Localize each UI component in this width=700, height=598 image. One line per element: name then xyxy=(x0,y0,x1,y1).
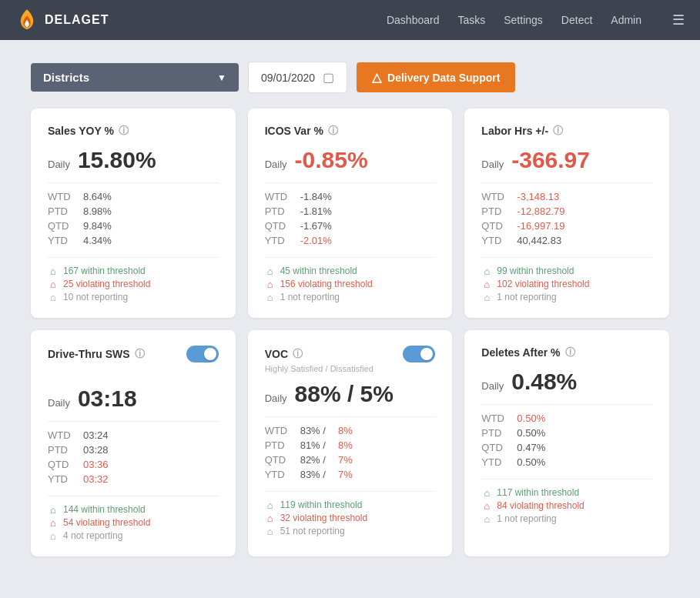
threshold-section-labor-hrs: ⌂ 99 within threshold ⌂ 102 violating th… xyxy=(481,257,652,302)
drive-thru-toggle[interactable] xyxy=(186,346,219,362)
house-gray-icon: ⌂ xyxy=(48,292,59,302)
help-icon-deletes-after[interactable]: ⓘ xyxy=(565,346,575,359)
voc-subtitle: Highly Satisfied / Dissatisfied xyxy=(265,364,436,373)
threshold-section-drive-thru: ⌂ 144 within threshold ⌂ 54 violating th… xyxy=(48,496,219,541)
help-icon-sales-yoy[interactable]: ⓘ xyxy=(119,124,129,138)
house-red-icon: ⌂ xyxy=(48,517,59,528)
period-row-qtd: QTD 82% / 7% xyxy=(265,454,436,466)
help-icon-voc[interactable]: ⓘ xyxy=(293,347,303,361)
period-rows-sales-yoy: WTD 8.64% PTD 8.98% QTD 9.84% YTD 4.34% xyxy=(48,191,219,246)
period-row-ytd: YTD 40,442.83 xyxy=(481,235,652,246)
daily-row-voc: Daily 88% / 5% xyxy=(265,381,436,407)
main-content: Districts ▼ 09/01/2020 ▢ △ Delivery Data… xyxy=(0,40,700,578)
daily-row-deletes-after: Daily 0.48% xyxy=(481,369,652,395)
nav-settings[interactable]: Settings xyxy=(504,14,543,26)
calendar-icon: ▢ xyxy=(323,70,334,85)
districts-label: Districts xyxy=(43,71,89,84)
period-row-qtd: QTD 9.84% xyxy=(48,220,219,232)
period-row-wtd: WTD -3,148.13 xyxy=(481,191,652,202)
logo-text: DELAGET xyxy=(45,13,109,27)
house-red-icon: ⌂ xyxy=(481,500,492,511)
threshold-section-sales-yoy: ⌂ 167 within threshold ⌂ 25 violating th… xyxy=(48,257,219,302)
card-title-deletes-after: Deletes After % ⓘ xyxy=(481,346,652,359)
period-row-qtd: QTD -16,997.19 xyxy=(481,220,652,232)
nav-admin[interactable]: Admin xyxy=(611,14,641,26)
house-green-icon: ⌂ xyxy=(265,499,276,510)
logo-area: DELAGET xyxy=(15,8,109,32)
period-rows-drive-thru: WTD 03:24 PTD 03:28 QTD 03:36 YTD 03:32 xyxy=(48,429,219,485)
threshold-violating: ⌂ 54 violating threshold xyxy=(48,517,219,528)
threshold-section-icos-var: ⌂ 45 within threshold ⌂ 156 violating th… xyxy=(265,257,436,302)
period-row-ytd: YTD 0.50% xyxy=(481,456,652,468)
house-green-icon: ⌂ xyxy=(48,266,59,276)
threshold-within: ⌂ 119 within threshold xyxy=(265,499,436,510)
threshold-within: ⌂ 144 within threshold xyxy=(48,504,219,515)
threshold-within: ⌂ 167 within threshold xyxy=(48,266,219,276)
logo-icon xyxy=(15,8,39,32)
threshold-not-reporting: ⌂ 1 not reporting xyxy=(481,292,652,302)
period-row-wtd: WTD 83% / 8% xyxy=(265,425,436,436)
threshold-not-reporting: ⌂ 1 not reporting xyxy=(265,292,436,302)
period-row-wtd: WTD -1.84% xyxy=(265,191,436,202)
threshold-within: ⌂ 99 within threshold xyxy=(481,266,652,276)
help-icon-icos-var[interactable]: ⓘ xyxy=(328,124,338,138)
period-rows-deletes-after: WTD 0.50% PTD 0.50% QTD 0.47% YTD 0.50% xyxy=(481,413,652,468)
period-row-wtd: WTD 8.64% xyxy=(48,191,219,202)
nav-tasks[interactable]: Tasks xyxy=(457,14,485,26)
house-green-icon: ⌂ xyxy=(48,504,59,515)
house-green-icon: ⌂ xyxy=(481,487,492,498)
date-picker[interactable]: 09/01/2020 ▢ xyxy=(248,62,347,93)
house-gray-icon: ⌂ xyxy=(481,513,492,524)
threshold-within: ⌂ 117 within threshold xyxy=(481,487,652,498)
period-row-ptd: PTD 0.50% xyxy=(481,427,652,439)
card-title-row-drive-thru: Drive-Thru SWS ⓘ xyxy=(48,346,219,362)
house-gray-icon: ⌂ xyxy=(48,530,59,541)
threshold-not-reporting: ⌂ 51 not reporting xyxy=(265,526,436,536)
daily-row-sales-yoy: Daily 15.80% xyxy=(48,147,219,173)
delivery-btn-label: Delivery Data Support xyxy=(387,72,500,84)
card-icos-var: ICOS Var % ⓘ Daily -0.85% WTD -1.84% PTD… xyxy=(248,109,453,318)
daily-value-sales-yoy: 15.80% xyxy=(78,147,156,173)
card-title-voc: VOC ⓘ xyxy=(265,347,303,361)
card-drive-thru: Drive-Thru SWS ⓘ Daily 03:18 WTD 03:24 P… xyxy=(31,330,236,556)
hamburger-menu-icon[interactable]: ☰ xyxy=(672,12,685,28)
threshold-violating: ⌂ 102 violating threshold xyxy=(481,279,652,289)
period-row-ptd: PTD 8.98% xyxy=(48,205,219,217)
card-title-drive-thru: Drive-Thru SWS ⓘ xyxy=(48,347,145,361)
help-icon-drive-thru[interactable]: ⓘ xyxy=(135,347,145,361)
period-row-ptd: PTD -12,882.79 xyxy=(481,205,652,217)
card-deletes-after: Deletes After % ⓘ Daily 0.48% WTD 0.50% … xyxy=(464,330,669,556)
threshold-section-deletes-after: ⌂ 117 within threshold ⌂ 84 violating th… xyxy=(481,479,652,524)
districts-dropdown[interactable]: Districts ▼ xyxy=(31,63,239,92)
daily-value-labor-hrs: -366.97 xyxy=(511,147,590,173)
card-title-icos-var: ICOS Var % ⓘ xyxy=(265,124,436,138)
threshold-violating: ⌂ 32 violating threshold xyxy=(265,513,436,523)
threshold-not-reporting: ⌂ 1 not reporting xyxy=(481,513,652,524)
house-red-icon: ⌂ xyxy=(265,513,276,523)
threshold-within: ⌂ 45 within threshold xyxy=(265,266,436,276)
nav-detect[interactable]: Detect xyxy=(561,14,592,26)
delivery-data-support-button[interactable]: △ Delivery Data Support xyxy=(357,62,515,92)
warning-icon: △ xyxy=(372,70,381,85)
daily-row-drive-thru: Daily 03:18 xyxy=(48,386,219,412)
period-row-ytd: YTD -2.01% xyxy=(265,235,436,246)
nav-dashboard[interactable]: Dashboard xyxy=(387,14,440,26)
threshold-not-reporting: ⌂ 10 not reporting xyxy=(48,292,219,302)
daily-row-labor-hrs: Daily -366.97 xyxy=(481,147,652,173)
daily-value-deletes-after: 0.48% xyxy=(511,369,577,395)
threshold-section-voc: ⌂ 119 within threshold ⌂ 32 violating th… xyxy=(265,491,436,536)
controls-row: Districts ▼ 09/01/2020 ▢ △ Delivery Data… xyxy=(31,62,669,93)
date-value: 09/01/2020 xyxy=(261,72,315,84)
period-rows-voc: WTD 83% / 8% PTD 81% / 8% QTD 82% / 7% Y… xyxy=(265,425,436,480)
period-rows-labor-hrs: WTD -3,148.13 PTD -12,882.79 QTD -16,997… xyxy=(481,191,652,246)
period-row-ptd: PTD 81% / 8% xyxy=(265,439,436,451)
house-red-icon: ⌂ xyxy=(48,279,59,289)
nav-links: Dashboard Tasks Settings Detect Admin ☰ xyxy=(387,12,685,28)
voc-toggle[interactable] xyxy=(403,346,435,362)
card-title-labor-hrs: Labor Hrs +/- ⓘ xyxy=(481,124,652,138)
help-icon-labor-hrs[interactable]: ⓘ xyxy=(553,124,563,138)
period-row-qtd: QTD 03:36 xyxy=(48,459,219,470)
navbar: DELAGET Dashboard Tasks Settings Detect … xyxy=(0,0,700,40)
threshold-violating: ⌂ 25 violating threshold xyxy=(48,279,219,289)
daily-value-icos-var: -0.85% xyxy=(295,147,368,173)
